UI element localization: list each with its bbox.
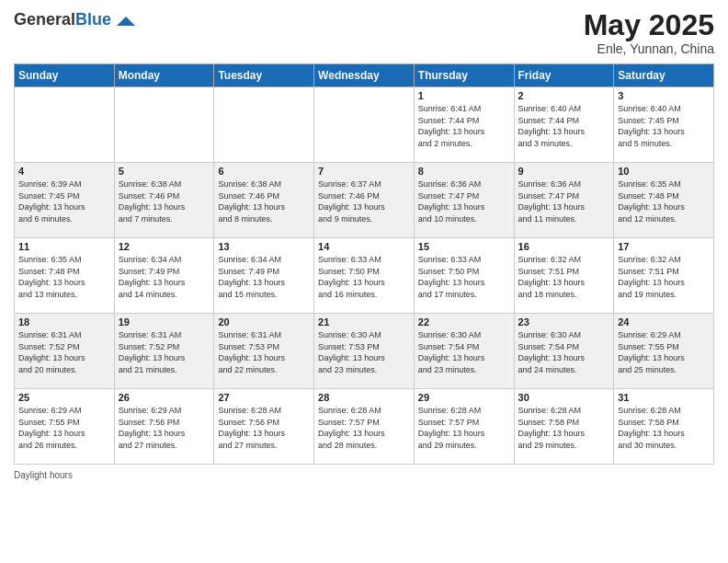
day-cell: 1Sunrise: 6:41 AM Sunset: 7:44 PM Daylig… bbox=[414, 87, 514, 163]
day-header-wednesday: Wednesday bbox=[314, 64, 415, 87]
day-cell: 15Sunrise: 6:33 AM Sunset: 7:50 PM Dayli… bbox=[414, 238, 514, 314]
day-info: Sunrise: 6:40 AM Sunset: 7:44 PM Dayligh… bbox=[518, 103, 610, 149]
month-title: May 2025 bbox=[584, 9, 714, 41]
day-info: Sunrise: 6:33 AM Sunset: 7:50 PM Dayligh… bbox=[318, 254, 410, 300]
day-header-monday: Monday bbox=[114, 64, 214, 87]
day-number: 8 bbox=[418, 166, 510, 177]
day-cell: 4Sunrise: 6:39 AM Sunset: 7:45 PM Daylig… bbox=[15, 163, 115, 238]
day-info: Sunrise: 6:31 AM Sunset: 7:52 PM Dayligh… bbox=[119, 329, 210, 375]
day-number: 23 bbox=[518, 316, 610, 327]
logo-blue: Blue bbox=[75, 10, 111, 29]
header: GeneralBlue May 2025 Enle, Yunnan, China bbox=[14, 9, 714, 56]
day-cell: 29Sunrise: 6:28 AM Sunset: 7:57 PM Dayli… bbox=[414, 389, 514, 465]
day-number: 2 bbox=[518, 90, 610, 101]
day-cell: 3Sunrise: 6:40 AM Sunset: 7:45 PM Daylig… bbox=[614, 87, 714, 163]
day-cell: 16Sunrise: 6:32 AM Sunset: 7:51 PM Dayli… bbox=[514, 238, 614, 314]
day-info: Sunrise: 6:34 AM Sunset: 7:49 PM Dayligh… bbox=[119, 254, 210, 300]
day-info: Sunrise: 6:35 AM Sunset: 7:48 PM Dayligh… bbox=[18, 254, 110, 300]
logo: GeneralBlue bbox=[14, 9, 135, 31]
day-info: Sunrise: 6:29 AM Sunset: 7:56 PM Dayligh… bbox=[119, 405, 210, 451]
week-row-2: 11Sunrise: 6:35 AM Sunset: 7:48 PM Dayli… bbox=[15, 238, 714, 314]
svg-marker-0 bbox=[117, 17, 135, 26]
day-info: Sunrise: 6:39 AM Sunset: 7:45 PM Dayligh… bbox=[18, 178, 110, 224]
day-info: Sunrise: 6:28 AM Sunset: 7:56 PM Dayligh… bbox=[218, 405, 310, 451]
day-cell: 12Sunrise: 6:34 AM Sunset: 7:49 PM Dayli… bbox=[114, 238, 214, 314]
day-number: 16 bbox=[518, 241, 610, 252]
footer: Daylight hours bbox=[14, 470, 714, 480]
day-cell: 27Sunrise: 6:28 AM Sunset: 7:56 PM Dayli… bbox=[214, 389, 314, 465]
day-cell bbox=[15, 87, 115, 163]
day-info: Sunrise: 6:41 AM Sunset: 7:44 PM Dayligh… bbox=[418, 103, 510, 149]
day-header-sunday: Sunday bbox=[15, 64, 115, 87]
day-header-tuesday: Tuesday bbox=[214, 64, 314, 87]
day-cell: 11Sunrise: 6:35 AM Sunset: 7:48 PM Dayli… bbox=[15, 238, 115, 314]
location: Enle, Yunnan, China bbox=[584, 41, 714, 56]
day-info: Sunrise: 6:34 AM Sunset: 7:49 PM Dayligh… bbox=[218, 254, 310, 300]
day-number: 13 bbox=[218, 241, 310, 252]
day-cell: 30Sunrise: 6:28 AM Sunset: 7:58 PM Dayli… bbox=[514, 389, 614, 465]
week-row-1: 4Sunrise: 6:39 AM Sunset: 7:45 PM Daylig… bbox=[15, 163, 714, 238]
day-number: 3 bbox=[618, 90, 710, 101]
day-info: Sunrise: 6:28 AM Sunset: 7:57 PM Dayligh… bbox=[318, 405, 410, 451]
day-cell: 2Sunrise: 6:40 AM Sunset: 7:44 PM Daylig… bbox=[514, 87, 614, 163]
day-info: Sunrise: 6:40 AM Sunset: 7:45 PM Dayligh… bbox=[618, 103, 710, 149]
day-cell: 18Sunrise: 6:31 AM Sunset: 7:52 PM Dayli… bbox=[15, 314, 115, 389]
calendar-table: SundayMondayTuesdayWednesdayThursdayFrid… bbox=[14, 63, 714, 465]
day-cell: 31Sunrise: 6:28 AM Sunset: 7:58 PM Dayli… bbox=[614, 389, 714, 465]
day-cell: 10Sunrise: 6:35 AM Sunset: 7:48 PM Dayli… bbox=[614, 163, 714, 238]
day-number: 24 bbox=[618, 316, 710, 327]
day-number: 10 bbox=[618, 166, 710, 177]
day-cell: 17Sunrise: 6:32 AM Sunset: 7:51 PM Dayli… bbox=[614, 238, 714, 314]
day-number: 1 bbox=[418, 90, 510, 101]
day-cell: 5Sunrise: 6:38 AM Sunset: 7:46 PM Daylig… bbox=[114, 163, 214, 238]
week-row-4: 25Sunrise: 6:29 AM Sunset: 7:55 PM Dayli… bbox=[15, 389, 714, 465]
day-cell bbox=[114, 87, 214, 163]
day-info: Sunrise: 6:35 AM Sunset: 7:48 PM Dayligh… bbox=[618, 178, 710, 224]
day-number: 21 bbox=[318, 316, 410, 327]
day-number: 26 bbox=[119, 392, 210, 403]
day-header-saturday: Saturday bbox=[614, 64, 714, 87]
day-number: 19 bbox=[119, 316, 210, 327]
day-number: 17 bbox=[618, 241, 710, 252]
day-number: 6 bbox=[218, 166, 310, 177]
week-row-3: 18Sunrise: 6:31 AM Sunset: 7:52 PM Dayli… bbox=[15, 314, 714, 389]
week-row-0: 1Sunrise: 6:41 AM Sunset: 7:44 PM Daylig… bbox=[15, 87, 714, 163]
day-cell: 28Sunrise: 6:28 AM Sunset: 7:57 PM Dayli… bbox=[314, 389, 415, 465]
day-number: 4 bbox=[18, 166, 110, 177]
day-number: 7 bbox=[318, 166, 410, 177]
day-number: 5 bbox=[119, 166, 210, 177]
day-cell bbox=[214, 87, 314, 163]
day-cell: 19Sunrise: 6:31 AM Sunset: 7:52 PM Dayli… bbox=[114, 314, 214, 389]
day-number: 11 bbox=[18, 241, 110, 252]
day-info: Sunrise: 6:30 AM Sunset: 7:54 PM Dayligh… bbox=[518, 329, 610, 375]
day-number: 31 bbox=[618, 392, 710, 403]
day-number: 18 bbox=[18, 316, 110, 327]
day-number: 15 bbox=[418, 241, 510, 252]
day-info: Sunrise: 6:36 AM Sunset: 7:47 PM Dayligh… bbox=[518, 178, 610, 224]
day-cell: 25Sunrise: 6:29 AM Sunset: 7:55 PM Dayli… bbox=[15, 389, 115, 465]
day-number: 27 bbox=[218, 392, 310, 403]
day-info: Sunrise: 6:36 AM Sunset: 7:47 PM Dayligh… bbox=[418, 178, 510, 224]
day-info: Sunrise: 6:37 AM Sunset: 7:46 PM Dayligh… bbox=[318, 178, 410, 224]
day-cell: 22Sunrise: 6:30 AM Sunset: 7:54 PM Dayli… bbox=[414, 314, 514, 389]
day-cell: 23Sunrise: 6:30 AM Sunset: 7:54 PM Dayli… bbox=[514, 314, 614, 389]
day-number: 20 bbox=[218, 316, 310, 327]
day-info: Sunrise: 6:31 AM Sunset: 7:52 PM Dayligh… bbox=[18, 329, 110, 375]
day-info: Sunrise: 6:28 AM Sunset: 7:57 PM Dayligh… bbox=[418, 405, 510, 451]
day-cell bbox=[314, 87, 415, 163]
day-info: Sunrise: 6:32 AM Sunset: 7:51 PM Dayligh… bbox=[518, 254, 610, 300]
day-number: 25 bbox=[18, 392, 110, 403]
day-info: Sunrise: 6:29 AM Sunset: 7:55 PM Dayligh… bbox=[618, 329, 710, 375]
day-number: 22 bbox=[418, 316, 510, 327]
day-info: Sunrise: 6:28 AM Sunset: 7:58 PM Dayligh… bbox=[518, 405, 610, 451]
title-block: May 2025 Enle, Yunnan, China bbox=[584, 9, 714, 56]
day-cell: 24Sunrise: 6:29 AM Sunset: 7:55 PM Dayli… bbox=[614, 314, 714, 389]
logo-icon bbox=[113, 9, 135, 31]
day-info: Sunrise: 6:33 AM Sunset: 7:50 PM Dayligh… bbox=[418, 254, 510, 300]
header-row: SundayMondayTuesdayWednesdayThursdayFrid… bbox=[15, 64, 714, 87]
day-cell: 7Sunrise: 6:37 AM Sunset: 7:46 PM Daylig… bbox=[314, 163, 415, 238]
day-info: Sunrise: 6:38 AM Sunset: 7:46 PM Dayligh… bbox=[119, 178, 210, 224]
day-number: 9 bbox=[518, 166, 610, 177]
day-cell: 21Sunrise: 6:30 AM Sunset: 7:53 PM Dayli… bbox=[314, 314, 415, 389]
day-cell: 6Sunrise: 6:38 AM Sunset: 7:46 PM Daylig… bbox=[214, 163, 314, 238]
